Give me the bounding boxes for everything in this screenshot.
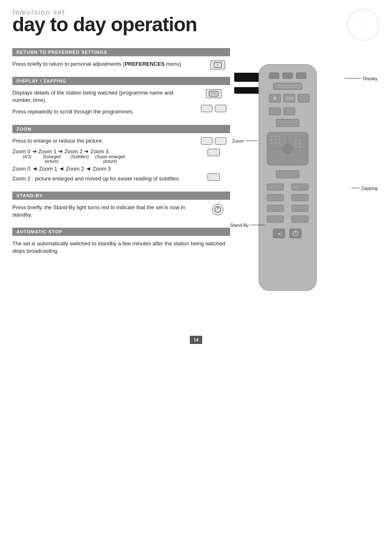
display-button-icon: [206, 89, 221, 98]
zoom-icons-area: [197, 137, 230, 181]
svg-point-33: [279, 136, 280, 137]
svg-point-36: [279, 139, 280, 141]
return-text: Press briefly to return to personal adju…: [12, 60, 197, 70]
section-autostop: AUTOMATIC STOP The set is automatically …: [12, 228, 230, 255]
zoom-forward-row: Zoom 0 ➜ Zoom 1 ➜ Zoom 2 ➜ Zoom 3: [12, 148, 189, 155]
return-desc: Press briefly to return to personal adju…: [12, 60, 197, 68]
standby-desc: Press briefly, the Stand-By light turns …: [12, 204, 197, 219]
svg-rect-52: [292, 194, 308, 201]
svg-point-30: [283, 144, 293, 154]
display-label: Display: [363, 76, 378, 81]
zoom-annotation: Zoom: [232, 138, 258, 143]
svg-text:→: →: [269, 185, 273, 189]
zoom-top-buttons: [201, 137, 226, 145]
standby-text: Press briefly, the Stand-By light turns …: [12, 204, 197, 221]
remote-control: → → ◄|: [247, 60, 329, 300]
zap-button-left: [201, 105, 212, 112]
display-texts: Displays details of the station being wa…: [12, 89, 189, 118]
svg-point-38: [274, 142, 276, 144]
zoom-sublabels: (4/3) (Enlarged picture) (Subtitles) (Su…: [16, 155, 189, 164]
svg-rect-13: [296, 73, 306, 78]
display-line: [345, 78, 361, 78]
zoom-desc1: Press to enlarge or reduce the picture.: [12, 137, 189, 145]
svg-point-39: [279, 142, 280, 144]
zap-buttons-area: [201, 105, 226, 112]
left-content: RETURN TO PREFERRED SETTINGS Press brief…: [12, 48, 230, 336]
svg-rect-53: [267, 205, 284, 212]
standby-button-icon: [212, 204, 224, 215]
svg-rect-20: [284, 94, 295, 102]
zoom-line: [245, 141, 258, 141]
svg-text:+: +: [217, 63, 219, 67]
svg-rect-46: [276, 171, 299, 178]
autostop-desc: The set is automatically switched to sta…: [12, 240, 230, 255]
svg-point-32: [274, 136, 276, 137]
svg-rect-12: [283, 73, 293, 78]
svg-rect-56: [292, 216, 308, 222]
svg-rect-51: [267, 194, 284, 201]
page-number: 14: [190, 336, 202, 344]
zoom-desc2: Zoom 2 : picture enlarged and moved up f…: [12, 175, 189, 182]
svg-text:◄|: ◄|: [277, 232, 281, 236]
section-zoom: ZOOM Press to enlarge or reduce the pict…: [12, 125, 230, 185]
zoom-btn-right: [215, 137, 226, 145]
zoom-middle-btn: [208, 149, 220, 156]
svg-rect-23: [298, 94, 309, 102]
svg-rect-11: [269, 73, 279, 78]
zoom-label: Zoom: [232, 138, 244, 143]
section-header-standby: STAND-BY: [12, 191, 230, 200]
title-area: television set day to day operation: [12, 8, 380, 36]
svg-rect-54: [292, 205, 308, 212]
title-subtitle: television set: [12, 8, 65, 17]
svg-point-31: [270, 136, 272, 137]
zapping-annotation: Zapping: [351, 186, 378, 191]
svg-rect-25: [284, 108, 295, 115]
return-icon-area: +: [205, 60, 230, 69]
svg-rect-55: [267, 216, 284, 222]
svg-text:→: →: [294, 185, 298, 189]
svg-rect-14: [273, 83, 302, 90]
section-return: RETURN TO PREFERRED SETTINGS Press brief…: [12, 48, 230, 70]
svg-rect-24: [269, 108, 281, 115]
zapping-line: [351, 188, 360, 188]
remote-diagram-area: → → ◄|: [230, 48, 380, 336]
standby-label: Stand-By: [230, 223, 249, 228]
svg-point-45: [299, 146, 301, 148]
section-header-zoom: ZOOM: [12, 125, 230, 133]
display-desc2: Press repeatedly to scroll through the p…: [12, 108, 189, 115]
svg-rect-5: [209, 91, 218, 96]
svg-point-43: [299, 143, 301, 145]
zoom-texts: Press to enlarge or reduce the picture. …: [12, 137, 189, 185]
svg-point-34: [270, 139, 272, 141]
standby-line: [250, 225, 265, 225]
svg-rect-26: [276, 119, 299, 127]
svg-point-37: [270, 142, 272, 144]
svg-point-44: [295, 146, 297, 148]
title-main: day to day operation: [12, 8, 380, 36]
svg-point-42: [295, 143, 297, 145]
display-annotation: Display: [345, 76, 378, 81]
svg-point-41: [299, 140, 301, 141]
section-header-autostop: AUTOMATIC STOP: [12, 228, 230, 236]
display-icons-area: [197, 89, 230, 112]
section-header-return: RETURN TO PREFERRED SETTINGS: [12, 48, 230, 56]
zoom-btn-left: [201, 137, 212, 145]
page-container: PHILIPS ✦ ✦ ✦ ✦ ✦ television set day to …: [0, 0, 392, 352]
zapping-label: Zapping: [361, 186, 378, 191]
zap-button-right: [215, 105, 226, 112]
svg-point-35: [274, 139, 276, 141]
zoom-bottom-btn: [208, 173, 220, 181]
zoom-backward-row: Zoom 0 ◄ Zoom 1 ◄ Zoom 2 ◄ Zoom 3: [12, 165, 189, 172]
section-header-display: DISPLAY / ZAPPING: [12, 77, 230, 85]
standby-icon-area: [205, 204, 230, 215]
standby-annotation: Stand-By: [230, 223, 265, 228]
display-desc1: Displays details of the station being wa…: [12, 89, 189, 104]
svg-point-40: [295, 140, 297, 141]
preferences-button-icon: +: [210, 60, 225, 69]
section-display: DISPLAY / ZAPPING Displays details of th…: [12, 77, 230, 118]
section-standby: STAND-BY Press briefly, the Stand-By lig…: [12, 191, 230, 221]
